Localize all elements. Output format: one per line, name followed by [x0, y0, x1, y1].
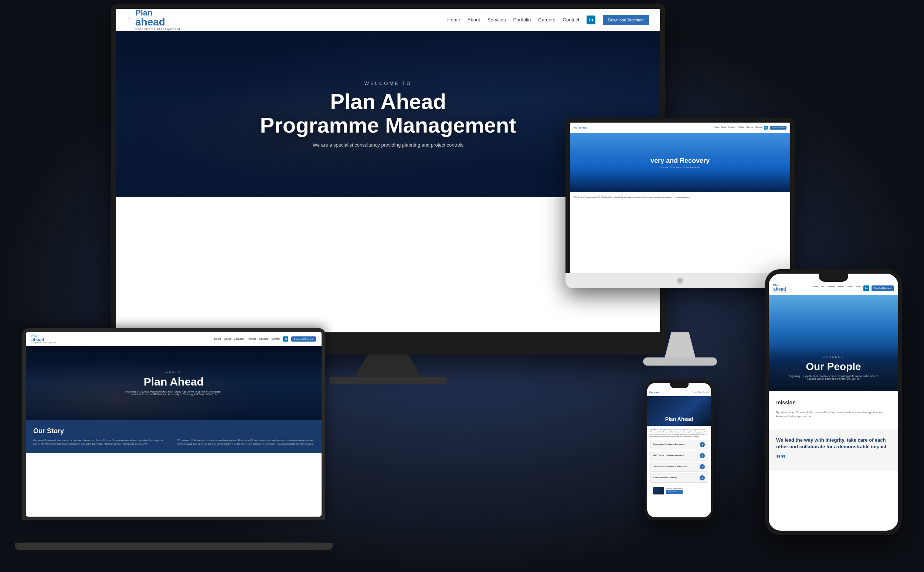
pr-nav-careers[interactable]: Careers — [846, 286, 853, 291]
laptop-base — [15, 543, 333, 550]
nav-home[interactable]: Home — [447, 17, 460, 23]
pr-body: mission By joining us, you'll connect wi… — [769, 391, 898, 426]
laptop-hero-desc: Founded in 2006 by Matthew Flack, Plan A… — [122, 390, 226, 395]
pl-download-section: Download our brochure or Start an Enquir… — [650, 484, 708, 497]
laptop-nav-home[interactable]: Home — [214, 337, 221, 340]
laptop-hero: ABOUT Plan Ahead Founded in 2006 by Matt… — [26, 346, 321, 420]
pl-accordion-label-3: Visualisation & Logistic Phasing Plans — [653, 465, 687, 468]
pl-nav-services[interactable]: Services — [703, 391, 709, 393]
pl-hero-title: Plan Ahead — [647, 416, 711, 422]
imac-download-button[interactable]: Download Brochure — [770, 126, 787, 130]
hero-title-line1: Plan Ahead — [260, 90, 516, 113]
laptop-nav-careers[interactable]: Careers — [259, 337, 268, 340]
pl-download-text: Download our brochure or — [665, 487, 682, 490]
nav-services[interactable]: Services — [488, 17, 506, 23]
logo-sub-text: Programme Management — [135, 27, 180, 31]
imac-logo-plan: Plan — [573, 127, 578, 129]
pl-accordion-label-4: Cost & Resource Planning — [653, 476, 677, 479]
pl-accordion-label-2: NEC Contract Schedule Assurance — [653, 454, 684, 457]
pr-nav-about[interactable]: About — [821, 286, 825, 291]
laptop-linkedin-icon[interactable]: in — [283, 336, 288, 342]
imac-nav-services[interactable]: Services — [728, 126, 735, 130]
imac-logo-ahead: ahead — [579, 126, 587, 129]
pr-careers-label: CAREERS — [787, 355, 880, 359]
hero-welcome-text: WELCOME TO — [260, 81, 516, 86]
imac-nav-contact[interactable]: Contact — [756, 126, 762, 130]
imac-nav-about[interactable]: About — [721, 126, 726, 130]
imac: Plan ahead Home About Services Portfolio… — [566, 118, 795, 333]
pr-nav-contact[interactable]: Contact — [855, 286, 861, 291]
pr-download-button[interactable]: Download Brochure — [871, 286, 894, 291]
pl-body-text: "Plan Ahead"s management plan to control… — [650, 429, 708, 438]
imac-logo: Plan ahead — [573, 126, 587, 129]
laptop-nav-portfolio[interactable]: Portfolio — [247, 337, 257, 340]
imac-recovery-title: very and Recovery — [650, 157, 710, 165]
pl-accordion-plus-4[interactable]: + — [700, 475, 705, 480]
hero-title: Plan Ahead Programme Management — [260, 90, 516, 137]
nav-contact[interactable]: Contact — [563, 17, 580, 23]
imac-body-text: With three offices across the UK, Plan A… — [573, 196, 787, 199]
laptop-screen: Plan ahead Programme Management Home Abo… — [26, 332, 321, 517]
monitor-nav: ↑ Plan ahead Programme Management Home A… — [116, 9, 660, 31]
laptop-nav-services[interactable]: Services — [234, 337, 244, 340]
linkedin-icon[interactable]: in — [587, 16, 595, 24]
imac-nav-home[interactable]: Home — [714, 126, 719, 130]
pl-nav-links: Home About Services — [693, 391, 709, 393]
pr-linkedin-icon[interactable]: in — [863, 286, 869, 291]
nav-careers[interactable]: Careers — [538, 17, 555, 23]
hero-content: WELCOME TO Plan Ahead Programme Manageme… — [260, 81, 516, 148]
nav-about[interactable]: About — [467, 17, 480, 23]
imac-nav: Plan ahead Home About Services Portfolio… — [570, 123, 790, 133]
laptop-story-section: Our Story Our name, Plan Ahead, was insp… — [26, 420, 321, 453]
laptop-nav-contact[interactable]: Contact — [271, 337, 280, 340]
laptop-download-button[interactable]: Download Brochure — [291, 336, 316, 342]
laptop-nav-about[interactable]: About — [224, 337, 231, 340]
laptop-hero-about-label: ABOUT — [122, 371, 226, 374]
pr-nav-portfolio[interactable]: Portfolio — [837, 286, 844, 291]
monitor-logo: ↑ Plan ahead Programme Management — [127, 9, 180, 31]
pr-logo-sub: Programme Management — [773, 291, 790, 293]
pr-nav-home[interactable]: Home — [813, 286, 818, 291]
pl-nav-about[interactable]: About — [698, 391, 702, 393]
pl-accordion-plus-3[interactable]: + — [700, 464, 705, 469]
pl-nav: Plan ahead Home About Services — [647, 388, 711, 396]
imac-base — [643, 358, 717, 365]
monitor-base — [329, 377, 447, 384]
imac-chin — [566, 273, 795, 288]
pr-nav-services[interactable]: Services — [828, 286, 835, 291]
imac-linkedin-icon[interactable]: in — [764, 126, 768, 130]
logo-plan-text: Plan — [135, 9, 180, 17]
imac-apple-logo — [677, 278, 683, 284]
laptop-hero-content: ABOUT Plan Ahead Founded in 2006 by Matt… — [122, 371, 226, 395]
pr-hero-title: Our People — [787, 361, 880, 373]
imac-nav-careers[interactable]: Careers — [746, 126, 753, 130]
laptop-lid: Plan ahead Programme Management Home Abo… — [22, 328, 325, 520]
phone-left-frame: Plan ahead Home About Services Plan Ahea… — [645, 380, 713, 520]
laptop: Plan ahead Programme Management Home Abo… — [22, 328, 325, 550]
pr-hero: CAREERS Our People By joining us, you'll… — [769, 295, 898, 391]
pl-accordion-plus-2[interactable]: + — [700, 453, 705, 458]
pr-mission-section: We lead the way with integrity, take car… — [769, 429, 898, 471]
pl-enquiry-button[interactable]: Start an Enquiry — [665, 490, 682, 494]
phone-right-frame: Plan ahead Programme Management Home Abo… — [765, 269, 902, 535]
pl-accordion-item-1[interactable]: Programme Submission Documents + — [650, 440, 708, 449]
nav-portfolio[interactable]: Portfolio — [513, 17, 531, 23]
pl-accordion-header-4[interactable]: Cost & Resource Planning + — [650, 473, 708, 482]
pl-accordion-plus-1[interactable]: + — [700, 442, 705, 447]
pl-accordion-item-3[interactable]: Visualisation & Logistic Phasing Plans + — [650, 462, 708, 471]
pr-logo: Plan ahead Programme Management — [773, 284, 790, 293]
imac-frame: Plan ahead Home About Services Portfolio… — [566, 118, 795, 288]
phone-left-notch — [670, 383, 689, 388]
monitor-nav-links: Home About Services Portfolio Careers Co… — [447, 15, 649, 25]
download-brochure-button[interactable]: Download Brochure — [603, 15, 649, 25]
pl-accordion-item-4[interactable]: Cost & Resource Planning + — [650, 473, 708, 483]
imac-nav-portfolio[interactable]: Portfolio — [737, 126, 744, 130]
pl-accordion-header-1[interactable]: Programme Submission Documents + — [650, 440, 708, 449]
pl-accordion-header-3[interactable]: Visualisation & Logistic Phasing Plans + — [650, 462, 708, 471]
laptop-nav-links: Home About Services Portfolio Careers Co… — [214, 336, 316, 342]
pl-accordion-header-2[interactable]: NEC Contract Schedule Assurance + — [650, 451, 708, 460]
pl-nav-home[interactable]: Home — [693, 391, 697, 393]
hero-title-line2: Programme Management — [260, 113, 516, 137]
imac-recovery-sub: ss three offices in the UK, we are ideal… — [650, 166, 710, 168]
pl-accordion-item-2[interactable]: NEC Contract Schedule Assurance + — [650, 451, 708, 460]
